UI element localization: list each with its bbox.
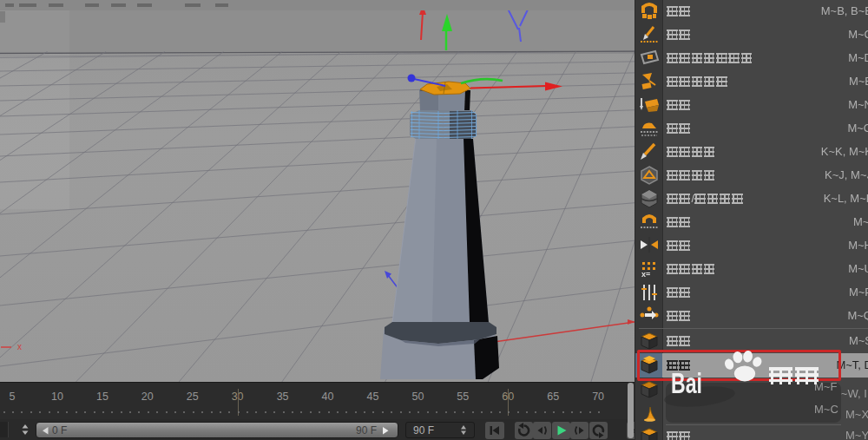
svg-text:x=: x= [641,270,650,279]
svg-text:x: x [17,342,22,351]
